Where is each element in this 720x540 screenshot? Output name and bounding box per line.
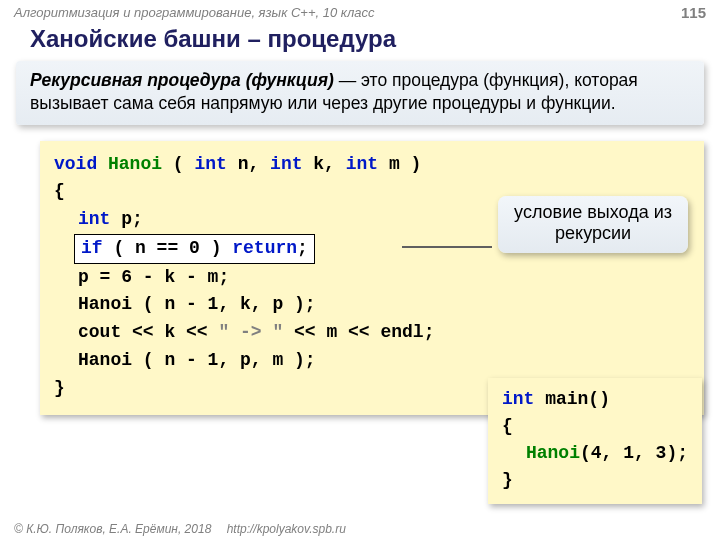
callout-line2: рекурсии <box>514 223 672 245</box>
callout-exit-condition: условие выхода из рекурсии <box>498 196 688 253</box>
code-line: void Hanoi ( int n, int k, int m ) <box>54 151 690 179</box>
code-line: p = 6 - k - m; <box>54 264 690 292</box>
header: Алгоритмизация и программирование, язык … <box>0 0 720 23</box>
definition-box: Рекурсивная процедура (функция) — это пр… <box>16 61 704 125</box>
definition-term: Рекурсивная процедура (функция) <box>30 70 334 90</box>
page-title: Ханойские башни – процедура <box>0 23 720 61</box>
page-number: 115 <box>681 4 706 21</box>
callout-line1: условие выхода из <box>514 202 672 224</box>
course-label: Алгоритмизация и программирование, язык … <box>14 5 374 20</box>
footer: © К.Ю. Поляков, Е.А. Ерёмин, 2018 http:/… <box>14 522 346 536</box>
code-line: cout << k << " -> " << m << endl; <box>54 319 690 347</box>
copyright: © К.Ю. Поляков, Е.А. Ерёмин, 2018 <box>14 522 211 536</box>
code-line: Hanoi ( n - 1, p, m ); <box>54 347 690 375</box>
code-line: { <box>502 413 688 440</box>
code-block-hanoi: void Hanoi ( int n, int k, int m ) { int… <box>40 141 704 416</box>
code-line: Hanoi ( n - 1, k, p ); <box>54 291 690 319</box>
footer-link[interactable]: http://kpolyakov.spb.ru <box>227 522 346 536</box>
code-line: Hanoi(4, 1, 3); <box>502 440 688 467</box>
code-line: int main() <box>502 386 688 413</box>
callout-connector <box>402 246 492 248</box>
code-line: } <box>502 467 688 494</box>
code-block-main: int main() { Hanoi(4, 1, 3); } <box>488 378 702 504</box>
